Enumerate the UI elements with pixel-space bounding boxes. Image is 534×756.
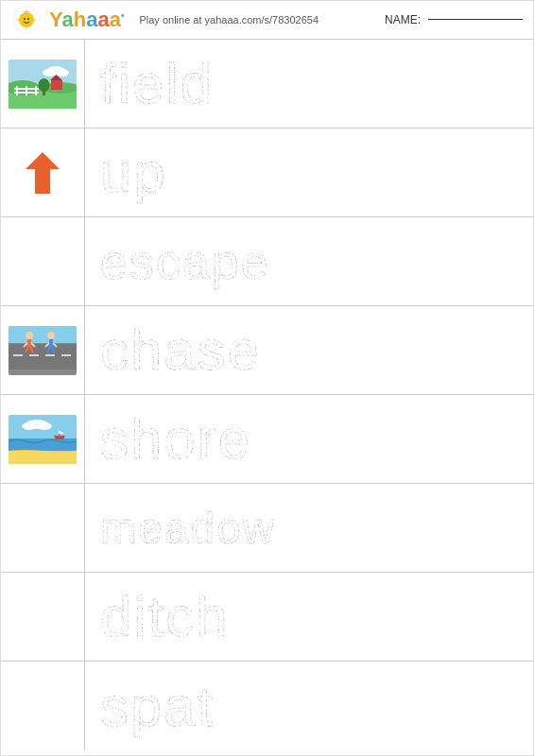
table-row: chase [0, 306, 534, 395]
icon-cell-field [0, 40, 85, 128]
svg-point-2 [24, 18, 26, 20]
svg-rect-9 [16, 86, 18, 95]
logo-text: Yahaaa• [49, 8, 124, 32]
table-row: field [0, 40, 534, 129]
table-row: escape [0, 217, 534, 306]
svg-point-3 [27, 18, 29, 20]
svg-rect-28 [61, 354, 71, 356]
svg-point-46 [22, 422, 37, 430]
trace-word-escape: escape [100, 233, 270, 290]
icon-cell-up [0, 129, 85, 216]
icon-cell-spat [0, 662, 85, 750]
svg-point-20 [38, 78, 49, 92]
icon-cell-ditch [0, 573, 85, 661]
header: Yahaaa• Play online at yahaaa.com/s/7830… [0, 0, 534, 40]
table-row: ditch [0, 573, 534, 662]
icon-cell-escape [0, 217, 85, 305]
up-arrow-image [24, 148, 61, 198]
header-name-label: NAME: [385, 13, 523, 26]
page-container: Yahaaa• Play online at yahaaa.com/s/7830… [0, 0, 534, 750]
svg-rect-11 [35, 86, 37, 95]
table-row: up [0, 129, 534, 217]
word-cell-meadow: meadow [85, 484, 534, 572]
svg-point-47 [37, 422, 52, 430]
field-image [9, 60, 77, 109]
svg-rect-17 [51, 80, 62, 90]
icon-cell-shore [0, 395, 85, 483]
table-row: spat [0, 662, 534, 750]
svg-rect-44 [9, 451, 77, 464]
svg-rect-13 [14, 92, 39, 94]
vocab-table: field up escape [0, 40, 534, 750]
svg-point-15 [43, 69, 56, 77]
logo-area: Yahaaa• Play online at yahaaa.com/s/7830… [11, 5, 319, 35]
svg-point-36 [47, 332, 55, 339]
word-cell-field: field [85, 40, 534, 128]
word-cell-up: up [85, 129, 534, 216]
svg-rect-12 [14, 88, 39, 90]
trace-word-up: up [100, 140, 167, 205]
table-row: shore [0, 395, 534, 484]
svg-marker-21 [26, 152, 60, 194]
trace-word-chase: chase [100, 318, 261, 383]
icon-cell-chase [0, 306, 85, 394]
word-cell-ditch: ditch [85, 573, 534, 661]
chase-image [9, 326, 77, 375]
svg-point-1 [19, 12, 34, 27]
svg-rect-25 [13, 354, 23, 356]
svg-point-16 [56, 69, 69, 77]
shore-image [9, 415, 77, 464]
word-cell-spat: spat [85, 662, 534, 750]
word-cell-escape: escape [85, 217, 534, 305]
header-url: Play online at yahaaa.com/s/78302654 [139, 14, 319, 26]
svg-rect-31 [27, 339, 31, 347]
trace-word-field: field [100, 51, 214, 116]
word-cell-chase: chase [85, 306, 534, 394]
trace-word-meadow: meadow [100, 503, 276, 554]
svg-rect-26 [29, 354, 39, 356]
svg-rect-37 [49, 339, 53, 347]
svg-rect-27 [45, 354, 55, 356]
trace-word-shore: shore [100, 406, 251, 472]
table-row: meadow [0, 484, 534, 573]
name-input-line [428, 19, 523, 20]
trace-word-spat: spat [100, 674, 215, 739]
trace-word-ditch: ditch [100, 584, 230, 649]
icon-cell-meadow [0, 484, 85, 572]
svg-rect-29 [9, 326, 77, 343]
svg-rect-10 [26, 86, 27, 95]
svg-point-30 [26, 332, 33, 339]
logo-icon [11, 5, 42, 35]
name-label: NAME: [385, 13, 421, 26]
word-cell-shore: shore [85, 395, 534, 483]
